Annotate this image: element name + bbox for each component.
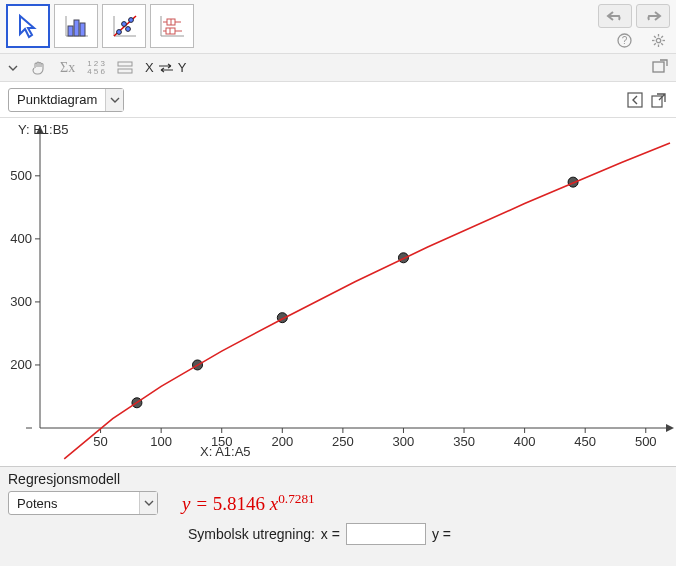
- redo-button[interactable]: [636, 4, 670, 28]
- bar-chart-icon: [62, 12, 90, 40]
- svg-rect-35: [653, 62, 664, 72]
- scatter-tool[interactable]: [102, 4, 146, 48]
- symbolic-calc-row: Symbolsk utregning: x = y =: [188, 523, 668, 545]
- undo-button[interactable]: [598, 4, 632, 28]
- svg-text:400: 400: [10, 231, 32, 246]
- svg-text:?: ?: [621, 35, 627, 46]
- pointer-icon: [14, 12, 42, 40]
- tool-buttons: [6, 4, 194, 48]
- symbolic-calc-label: Symbolsk utregning:: [188, 526, 315, 542]
- svg-point-24: [656, 38, 660, 42]
- svg-text:350: 350: [453, 434, 475, 449]
- stack-icon: [117, 61, 133, 75]
- utility-icons: ?: [616, 32, 666, 48]
- svg-text:100: 100: [150, 434, 172, 449]
- prev-chart-icon[interactable]: [626, 91, 644, 109]
- pan-tool[interactable]: [30, 59, 48, 77]
- chart-canvas: 5010015020025030035040045050020030040050…: [0, 118, 676, 466]
- numbers-tool[interactable]: 1 2 34 5 6: [87, 60, 105, 76]
- regression-formula: y = 5.8146 x0.7281: [182, 491, 315, 515]
- svg-text:50: 50: [93, 434, 107, 449]
- svg-rect-2: [68, 26, 73, 36]
- boxplot-icon: [158, 12, 186, 40]
- detach-view-icon[interactable]: [652, 59, 668, 76]
- svg-point-10: [129, 18, 134, 23]
- svg-rect-3: [74, 20, 79, 36]
- settings-gear-icon[interactable]: [650, 32, 666, 48]
- symbolic-y-label: y =: [432, 526, 451, 542]
- svg-point-11: [126, 27, 131, 32]
- main-toolbar: ?: [0, 0, 676, 54]
- regression-panel-title: Regresjonsmodell: [8, 471, 668, 487]
- chart-type-select[interactable]: Punktdiagram: [8, 88, 124, 112]
- dropdown-toggle[interactable]: [8, 63, 18, 73]
- svg-rect-34: [118, 69, 132, 73]
- sigma-tool[interactable]: Σx: [60, 60, 75, 76]
- regression-panel: Regresjonsmodell Potens y = 5.8146 x0.72…: [0, 466, 676, 566]
- svg-line-32: [661, 36, 663, 38]
- chart-type-toolbar: Punktdiagram: [0, 82, 676, 118]
- redo-icon: [643, 9, 663, 23]
- x-axis-label: X: A1:A5: [200, 444, 251, 459]
- svg-line-29: [654, 36, 656, 38]
- svg-text:300: 300: [393, 434, 415, 449]
- svg-line-30: [661, 43, 663, 45]
- chevron-down-icon: [8, 63, 18, 73]
- y-axis-label: Y: B1:B5: [18, 122, 69, 137]
- svg-rect-36: [628, 93, 642, 107]
- svg-point-9: [122, 22, 127, 27]
- svg-text:500: 500: [10, 168, 32, 183]
- svg-text:200: 200: [271, 434, 293, 449]
- swap-xy-button[interactable]: X Y: [145, 60, 186, 75]
- symbolic-x-input[interactable]: [346, 523, 426, 545]
- chart-toolbar-right: [626, 91, 668, 109]
- regression-model-select[interactable]: Potens: [8, 491, 158, 515]
- svg-text:400: 400: [514, 434, 536, 449]
- svg-text:250: 250: [332, 434, 354, 449]
- regression-model-selected-label: Potens: [9, 496, 65, 511]
- chevron-down-icon: [139, 492, 157, 514]
- scatter-icon: [110, 12, 138, 40]
- right-tool-group: ?: [598, 4, 670, 48]
- svg-rect-33: [118, 62, 132, 66]
- svg-rect-4: [80, 23, 85, 36]
- svg-text:450: 450: [574, 434, 596, 449]
- svg-line-31: [654, 43, 656, 45]
- swap-xy-y: Y: [178, 60, 187, 75]
- bar-chart-tool[interactable]: [54, 4, 98, 48]
- chart-type-selected-label: Punktdiagram: [9, 92, 105, 107]
- svg-point-8: [117, 30, 122, 35]
- symbolic-x-label: x =: [321, 526, 340, 542]
- undo-redo-group: [598, 4, 670, 28]
- chevron-down-icon: [105, 89, 123, 111]
- sec-toolbar-left: Σx 1 2 34 5 6 X Y: [8, 59, 186, 77]
- stack-tool[interactable]: [117, 61, 133, 75]
- svg-text:500: 500: [635, 434, 657, 449]
- help-icon[interactable]: ?: [616, 32, 632, 48]
- pointer-tool[interactable]: [6, 4, 50, 48]
- svg-text:200: 200: [10, 357, 32, 372]
- boxplot-tool[interactable]: [150, 4, 194, 48]
- swap-arrows-icon: [158, 63, 174, 73]
- svg-text:300: 300: [10, 294, 32, 309]
- chart-area[interactable]: Y: B1:B5 5010015020025030035040045050020…: [0, 118, 676, 466]
- swap-xy-x: X: [145, 60, 154, 75]
- undo-icon: [605, 9, 625, 23]
- secondary-toolbar: Σx 1 2 34 5 6 X Y: [0, 54, 676, 82]
- popout-chart-icon[interactable]: [650, 91, 668, 109]
- hand-icon: [30, 59, 48, 77]
